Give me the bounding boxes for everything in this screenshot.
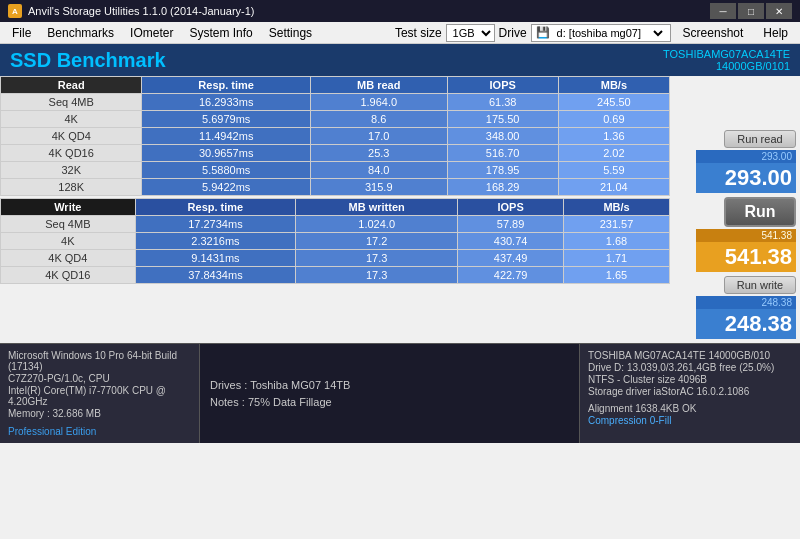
write-resp-2: 9.1431ms [135,250,295,267]
read-col-label: Read [1,77,142,94]
read-row-1: 4K 5.6979ms 8.6 175.50 0.69 [1,111,670,128]
read-iops-1: 175.50 [447,111,558,128]
read-mbs-0: 245.50 [558,94,669,111]
bench-area: Read Resp. time MB read IOPS MB/s Seq 4M… [0,76,800,343]
bottom-center: Drives : Toshiba MG07 14TB Notes : 75% D… [200,344,580,443]
write-resp-1: 2.3216ms [135,233,295,250]
write-resp-3: 37.8434ms [135,267,295,284]
sys-line2: C7Z270-PG/1.0c, CPU [8,373,191,384]
menu-iometer[interactable]: IOmeter [122,24,181,42]
drive-select[interactable]: d: [toshiba mg07] [553,26,666,40]
menu-right: Test size 1GB2GB4GB Drive 💾 d: [toshiba … [395,24,796,42]
read-resp-1: 5.6979ms [142,111,311,128]
sys-line1: Microsoft Windows 10 Pro 64-bit Build (1… [8,350,191,372]
write-iops-0: 57.89 [458,216,564,233]
device-info: TOSHIBAMG07ACA14TE 14000GB/0101 [663,48,790,72]
read-col-mbs: MB/s [558,77,669,94]
menu-settings[interactable]: Settings [261,24,320,42]
read-row-0: Seq 4MB 16.2933ms 1.964.0 61.38 245.50 [1,94,670,111]
drive-icon: 💾 [536,26,550,39]
read-iops-4: 178.95 [447,162,558,179]
read-score-area: Run read 293.00 293.00 [674,130,796,193]
write-mbs-2: 1.71 [564,250,670,267]
write-mb-0: 1.024.0 [296,216,458,233]
read-label-5: 128K [1,179,142,196]
read-label-3: 4K QD16 [1,145,142,162]
read-score-label: 293.00 [696,150,796,163]
read-mb-1: 8.6 [310,111,447,128]
write-col-label: Write [1,199,136,216]
write-label-0: Seq 4MB [1,216,136,233]
sys-line4: Memory : 32.686 MB [8,408,191,419]
write-label-1: 4K [1,233,136,250]
run-read-button[interactable]: Run read [724,130,796,148]
write-score-area: Run write 248.38 248.38 [674,276,796,339]
compression-link[interactable]: Compression 0-Fill [588,415,792,426]
drive-select-container: 💾 d: [toshiba mg07] [531,24,671,42]
maximize-button[interactable]: □ [738,3,764,19]
tables-area: Read Resp. time MB read IOPS MB/s Seq 4M… [0,76,670,343]
bottom-bar: Microsoft Windows 10 Pro 64-bit Build (1… [0,343,800,443]
drive-info-line6: Alignment 1638.4KB OK [588,403,792,414]
total-score-label: 541.38 [696,229,796,242]
read-iops-2: 348.00 [447,128,558,145]
read-mbs-4: 5.59 [558,162,669,179]
write-iops-3: 422.79 [458,267,564,284]
write-header-row: Write Resp. time MB written IOPS MB/s [1,199,670,216]
menu-screenshot[interactable]: Screenshot [675,24,752,42]
menu-help[interactable]: Help [755,24,796,42]
bench-title: SSD Benchmark [10,49,166,72]
read-mb-5: 315.9 [310,179,447,196]
read-col-resp: Resp. time [142,77,311,94]
drive-label: Drive [499,26,527,40]
write-table: Write Resp. time MB written IOPS MB/s Se… [0,198,670,284]
run-button[interactable]: Run [724,197,796,227]
read-label-1: 4K [1,111,142,128]
read-table: Read Resp. time MB read IOPS MB/s Seq 4M… [0,76,670,196]
read-label-4: 32K [1,162,142,179]
read-row-4: 32K 5.5880ms 84.0 178.95 5.59 [1,162,670,179]
write-col-resp: Resp. time [135,199,295,216]
write-mbs-1: 1.68 [564,233,670,250]
bottom-right: TOSHIBA MG07ACA14TE 14000GB/010 Drive D:… [580,344,800,443]
write-score-box: 248.38 248.38 [696,296,796,339]
bottom-left: Microsoft Windows 10 Pro 64-bit Build (1… [0,344,200,443]
test-size-label: Test size [395,26,442,40]
read-resp-4: 5.5880ms [142,162,311,179]
write-row-1: 4K 2.3216ms 17.2 430.74 1.68 [1,233,670,250]
window-title: Anvil's Storage Utilities 1.1.0 (2014-Ja… [28,5,710,17]
test-size-select[interactable]: 1GB2GB4GB [446,24,495,42]
write-mb-2: 17.3 [296,250,458,267]
drive-info-line1: TOSHIBA MG07ACA14TE 14000GB/010 [588,350,792,361]
write-row-3: 4K QD16 37.8434ms 17.3 422.79 1.65 [1,267,670,284]
center-line1: Drives : Toshiba MG07 14TB [210,377,569,394]
read-col-mb: MB read [310,77,447,94]
read-header-row: Read Resp. time MB read IOPS MB/s [1,77,670,94]
bench-header: SSD Benchmark TOSHIBAMG07ACA14TE 14000GB… [0,44,800,76]
write-mbs-3: 1.65 [564,267,670,284]
menu-sysinfo[interactable]: System Info [181,24,260,42]
drive-info-line2: Drive D: 13.039,0/3.261,4GB free (25.0%) [588,362,792,373]
read-mb-0: 1.964.0 [310,94,447,111]
pro-edition-label: Professional Edition [8,426,191,437]
menu-benchmarks[interactable]: Benchmarks [39,24,122,42]
write-col-mbs: MB/s [564,199,670,216]
center-line2: Notes : 75% Data Fillage [210,394,569,411]
read-iops-5: 168.29 [447,179,558,196]
menu-bar: File Benchmarks IOmeter System Info Sett… [0,22,800,44]
sys-line3: Intel(R) Core(TM) i7-7700K CPU @ 4.20GHz [8,385,191,407]
right-panel: Run read 293.00 293.00 Run 541.38 541.38… [670,76,800,343]
drive-info-line3: NTFS - Cluster size 4096B [588,374,792,385]
run-write-button[interactable]: Run write [724,276,796,294]
read-mbs-5: 21.04 [558,179,669,196]
read-row-3: 4K QD16 30.9657ms 25.3 516.70 2.02 [1,145,670,162]
write-row-2: 4K QD4 9.1431ms 17.3 437.49 1.71 [1,250,670,267]
write-resp-0: 17.2734ms [135,216,295,233]
read-resp-5: 5.9422ms [142,179,311,196]
read-resp-2: 11.4942ms [142,128,311,145]
write-score-value: 248.38 [696,309,796,339]
write-col-mb: MB written [296,199,458,216]
close-button[interactable]: ✕ [766,3,792,19]
minimize-button[interactable]: ─ [710,3,736,19]
menu-file[interactable]: File [4,24,39,42]
